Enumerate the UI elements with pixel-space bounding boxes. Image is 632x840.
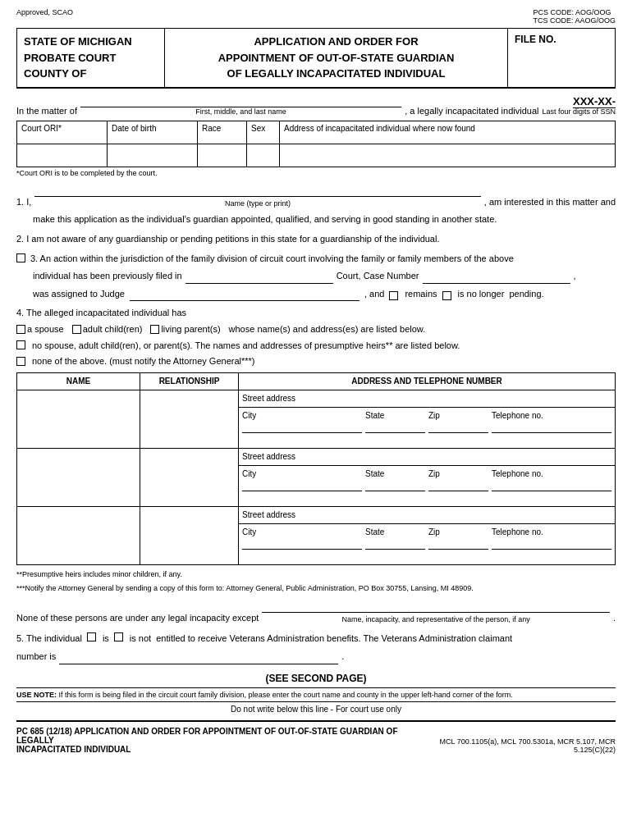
ori-footnote: *Court ORI is to be completed by the cou… [16, 169, 616, 177]
tel-label-1: Telephone no. [492, 409, 611, 422]
rel-cell-2[interactable] [140, 448, 239, 506]
s2-text: 2. I am not aware of any guardianship or… [16, 234, 440, 244]
s4-spouse-label: a spouse [27, 324, 64, 334]
s5-suffix: entitled to receive Veterans Administrat… [156, 631, 512, 646]
s3-judge-label: was assigned to Judge [33, 287, 125, 302]
state-label-3: State [365, 526, 425, 539]
th-name: NAME [17, 372, 140, 390]
s3-nolonger-label: is no longer [458, 287, 505, 302]
city-label-2: City [242, 468, 362, 481]
section-2: 2. I am not aware of any guardianship or… [16, 232, 616, 247]
matter-line: In the matter of First, middle, and last… [16, 95, 616, 116]
s3-checkbox[interactable] [16, 253, 25, 262]
zip-label-3: Zip [428, 526, 488, 539]
s3-and-label: , and [364, 287, 384, 302]
s4-spouse-checkbox[interactable] [16, 325, 25, 334]
s3-judge-field[interactable] [130, 289, 360, 301]
name-cell-3[interactable] [17, 506, 140, 564]
s4-parent-checkbox[interactable] [150, 325, 159, 334]
name-sublabel: First, middle, and last name [80, 107, 401, 116]
file-no-label: FILE NO. [515, 34, 556, 45]
col-header-addr: Address of incapacitated individual wher… [280, 121, 616, 144]
addr-value[interactable] [280, 144, 616, 167]
footer: PC 685 (12/18) APPLICATION AND ORDER FOR… [16, 720, 616, 754]
table-row: Street address [17, 506, 616, 523]
legally-label: , a legally incapacitated individual [405, 106, 538, 116]
dob-value[interactable] [108, 144, 198, 167]
s3-nolonger-checkbox[interactable] [442, 291, 451, 300]
s3-prefix: 3. An action within the jurisdiction of … [30, 252, 514, 267]
form-number: PC 685 [16, 727, 44, 736]
city-row-1: City State Zip Telephone no. [239, 407, 616, 448]
in-matter-of-label: In the matter of [16, 106, 77, 116]
s4-nospouse-label: no spouse, adult child(ren), or parent(s… [32, 339, 460, 354]
s1-prefix: 1. I, [16, 195, 31, 210]
header-title: APPLICATION AND ORDER FOR APPOINTMENT OF… [165, 29, 508, 87]
court-name: STATE OF MICHIGAN [24, 35, 132, 48]
s5-claimant-line: number is . [16, 649, 616, 664]
court-use-only: Do not write below this line - For court… [16, 701, 616, 714]
ori-value[interactable] [17, 144, 108, 167]
use-note: USE NOTE: If this form is being filed in… [16, 687, 616, 699]
court-type: PROBATE COURT [24, 52, 116, 64]
tcs-code: TCS CODE: AAOG/OOG [533, 16, 616, 25]
ssn-sublabel: Last four digits of SSN [542, 107, 616, 116]
race-value[interactable] [198, 144, 247, 167]
legal-prefix: None of these persons are under any lega… [16, 611, 259, 626]
s4-adult-checkbox[interactable] [72, 325, 81, 334]
s3-case-field[interactable] [423, 272, 570, 284]
s4-nospouse-checkbox[interactable] [16, 340, 25, 349]
city-label-3: City [242, 526, 362, 539]
street-addr-3[interactable]: Street address [239, 506, 616, 523]
heirs-table: NAME RELATIONSHIP ADDRESS AND TELEPHONE … [16, 372, 616, 565]
s5-is-checkbox[interactable] [87, 632, 96, 641]
section-3: 3. An action within the jurisdiction of … [16, 252, 616, 302]
rel-cell-3[interactable] [140, 506, 239, 564]
title-line2: APPOINTMENT OF OUT-OF-STATE GUARDIAN [218, 52, 455, 64]
section-1: 1. I, Name (type or print) , am interest… [16, 184, 616, 228]
street-addr-1[interactable]: Street address [239, 390, 616, 407]
s3-remains-checkbox[interactable] [389, 291, 398, 300]
footer-title2: INCAPACITATED INDIVIDUAL [16, 745, 131, 754]
s4-none-label: none of the above. (must notify the Atto… [32, 354, 255, 369]
page: Approved, SCAO PCS CODE: AOG/OOG TCS COD… [0, 0, 632, 840]
th-address: ADDRESS AND TELEPHONE NUMBER [239, 372, 616, 390]
col-header-ori: Court ORI* [17, 121, 108, 144]
s4-parent-label: living parent(s) [161, 324, 220, 334]
zip-label-2: Zip [428, 468, 488, 481]
s5-number-field[interactable] [59, 652, 338, 664]
state-label-1: State [365, 409, 425, 422]
state-label-2: State [365, 468, 425, 481]
city-row-3: City State Zip Telephone no. [239, 523, 616, 564]
ssn-placeholder: XXX-XX- [573, 95, 616, 108]
s4-none-checkbox[interactable] [16, 357, 25, 366]
form-date: (12/18) [46, 727, 72, 736]
s4-whose-label: whose name(s) and address(es) are listed… [229, 322, 426, 337]
s5-prefix: 5. The individual [16, 631, 82, 646]
tel-label-3: Telephone no. [492, 526, 611, 539]
file-no-section: FILE NO. [508, 29, 615, 87]
title-line1: APPLICATION AND ORDER FOR [254, 35, 418, 48]
street-addr-2[interactable]: Street address [239, 448, 616, 465]
heirs-footnote1: **Presumptive heirs includes minor child… [16, 568, 616, 580]
s1-suffix: , am interested in this matter and [484, 195, 616, 210]
section-5: 5. The individual is is not entitled to … [16, 631, 616, 664]
name-cell-1[interactable] [17, 390, 140, 448]
s4-prefix: 4. The alleged incapacitated individual … [16, 306, 616, 321]
s5-is-label: is [103, 631, 109, 646]
see-second-page: (SEE SECOND PAGE) [16, 673, 616, 684]
th-relationship: RELATIONSHIP [140, 372, 239, 390]
footer-left: PC 685 (12/18) APPLICATION AND ORDER FOR… [16, 727, 410, 754]
rel-cell-1[interactable] [140, 390, 239, 448]
name-cell-2[interactable] [17, 448, 140, 506]
header-section: STATE OF MICHIGAN PROBATE COURT COUNTY O… [16, 28, 616, 89]
use-note-text: If this form is being filed in the circu… [59, 691, 513, 699]
s5-period: . [341, 649, 344, 664]
footer-right: MCL 700.1105(a), MCL 700.5301a, MCR 5.10… [410, 737, 616, 754]
s5-isnot-checkbox[interactable] [114, 632, 123, 641]
sex-value[interactable] [247, 144, 280, 167]
s3-remains-label: remains [405, 287, 437, 302]
county-label: COUNTY OF [24, 67, 86, 80]
s3-court-field[interactable] [185, 272, 333, 284]
table-row: Street address [17, 390, 616, 407]
